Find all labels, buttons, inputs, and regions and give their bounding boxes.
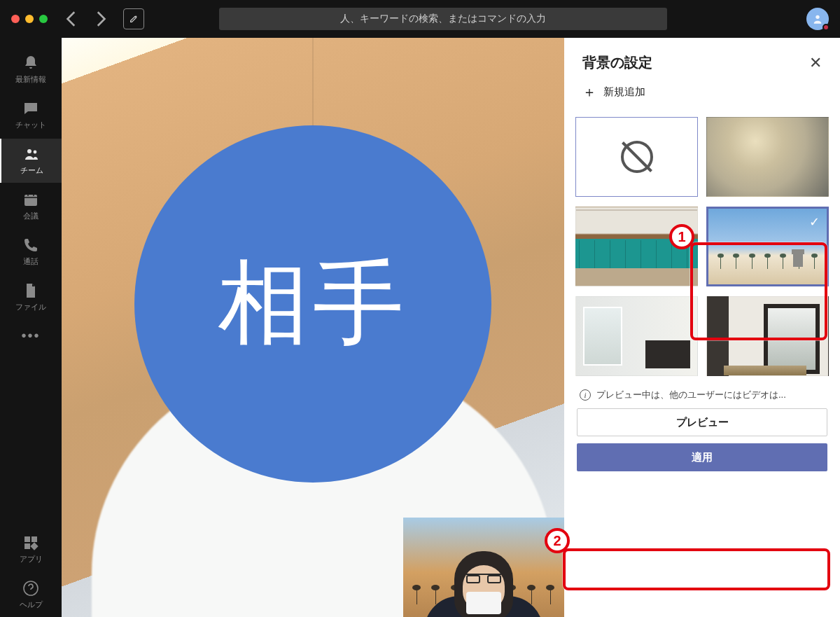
main-content: 相手 背景の設定 ✕ ＋ 新規追加	[62, 38, 840, 617]
svg-rect-4	[24, 536, 30, 542]
rail-calendar[interactable]: 会議	[0, 184, 62, 228]
self-head	[454, 551, 513, 617]
background-option-none[interactable]	[575, 117, 698, 197]
calendar-icon	[22, 191, 39, 208]
rail-label: チーム	[20, 165, 43, 176]
rail-label: 通話	[23, 256, 38, 267]
app-rail: 最新情報 チャット チーム 会議 通話 ファイル ••• アプリ	[0, 38, 62, 617]
rail-chat[interactable]: チャット	[0, 93, 62, 137]
background-settings-panel: 背景の設定 ✕ ＋ 新規追加 ✓	[564, 38, 840, 617]
apps-icon	[22, 534, 39, 551]
apply-button-label: 適用	[692, 451, 713, 464]
rail-more[interactable]: •••	[21, 321, 40, 356]
file-icon	[22, 282, 39, 299]
svg-point-1	[27, 149, 31, 153]
self-video-preview[interactable]	[403, 518, 564, 617]
preview-button[interactable]: プレビュー	[577, 408, 827, 436]
close-window-icon[interactable]	[11, 15, 20, 23]
svg-rect-7	[30, 542, 38, 550]
add-new-label: 新規追加	[603, 85, 645, 99]
rail-teams[interactable]: チーム	[0, 139, 62, 183]
rail-apps[interactable]: アプリ	[0, 527, 62, 571]
window-controls	[11, 15, 48, 23]
rail-help[interactable]: ヘルプ	[0, 573, 62, 617]
svg-rect-5	[31, 536, 37, 542]
preview-info-text: プレビュー中は、他のユーザーにはビデオは...	[596, 389, 786, 401]
svg-rect-3	[24, 195, 37, 206]
preview-button-label: プレビュー	[676, 416, 729, 429]
add-background-button[interactable]: ＋ 新規追加	[564, 72, 840, 109]
compose-button[interactable]	[123, 8, 144, 29]
beach-palms	[713, 256, 822, 269]
chat-icon	[22, 100, 39, 117]
nav-back-button[interactable]	[63, 10, 81, 28]
panel-title: 背景の設定	[582, 53, 652, 72]
rail-label: 最新情報	[15, 74, 46, 85]
search-input[interactable]: 人、キーワードの検索、またはコマンドの入力	[219, 8, 667, 30]
info-icon: i	[580, 389, 591, 401]
background-option-room-a[interactable]	[575, 296, 698, 376]
chevron-left-icon	[63, 10, 81, 28]
minimize-window-icon[interactable]	[25, 15, 34, 23]
glasses-icon	[466, 574, 501, 583]
background-option-blur[interactable]	[706, 117, 829, 197]
plus-icon: ＋	[582, 85, 596, 99]
mask-icon	[466, 592, 501, 614]
svg-point-0	[816, 15, 819, 19]
rail-files[interactable]: ファイル	[0, 275, 62, 319]
rail-activity[interactable]: 最新情報	[0, 48, 62, 92]
rail-label: 会議	[23, 211, 38, 221]
remote-video: 相手	[62, 38, 564, 617]
zoom-window-icon[interactable]	[39, 15, 48, 23]
rail-label: アプリ	[20, 554, 43, 564]
prohibit-icon	[621, 141, 653, 173]
background-grid: ✓	[564, 109, 840, 376]
search-placeholder: 人、キーワードの検索、またはコマンドの入力	[340, 13, 546, 25]
background-option-beach-selected[interactable]: ✓	[706, 207, 829, 286]
check-icon: ✓	[809, 214, 820, 230]
bell-icon	[22, 55, 39, 71]
presence-indicator	[822, 24, 830, 31]
rail-calls[interactable]: 通話	[0, 230, 62, 274]
profile-avatar[interactable]	[806, 8, 829, 30]
preview-info: i プレビュー中は、他のユーザーにはビデオは...	[564, 376, 840, 408]
remote-placeholder-label: 相手	[218, 242, 408, 366]
chevron-right-icon	[91, 10, 109, 28]
nav-forward-button[interactable]	[91, 10, 109, 28]
phone-icon	[22, 237, 39, 254]
apply-button[interactable]: 適用	[577, 443, 827, 471]
close-panel-button[interactable]: ✕	[809, 54, 822, 72]
rail-label: チャット	[15, 120, 46, 130]
titlebar: 人、キーワードの検索、またはコマンドの入力	[0, 0, 840, 38]
rail-label: ヘルプ	[20, 599, 43, 610]
help-icon	[22, 580, 39, 597]
background-option-room-b[interactable]	[706, 296, 829, 376]
svg-rect-6	[24, 543, 30, 549]
background-option-office[interactable]	[575, 207, 698, 286]
svg-point-2	[34, 151, 37, 154]
lifeguard-tower	[793, 254, 803, 267]
remote-placeholder: 相手	[134, 125, 491, 483]
rail-label: ファイル	[15, 302, 46, 312]
teams-icon	[23, 146, 40, 162]
person-icon	[812, 13, 823, 25]
compose-icon	[129, 14, 139, 24]
